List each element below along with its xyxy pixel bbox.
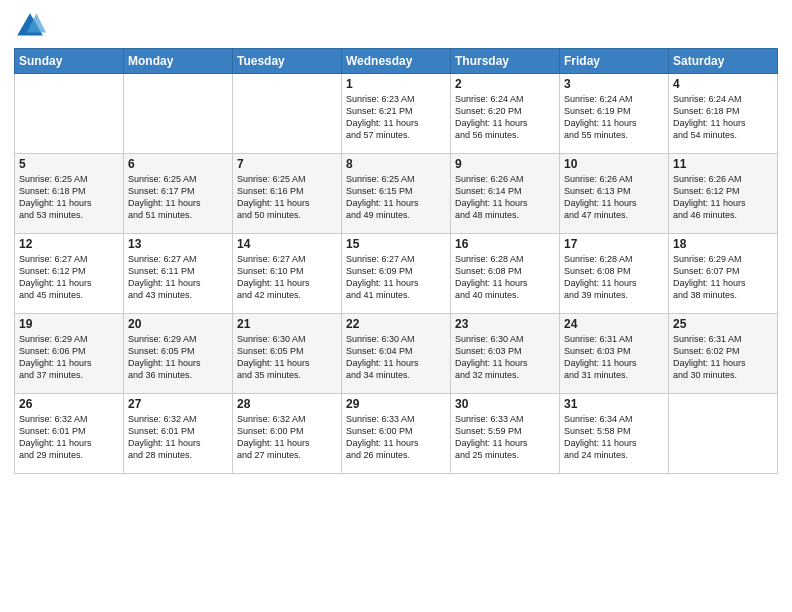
- day-info: Sunrise: 6:29 AM Sunset: 6:06 PM Dayligh…: [19, 333, 119, 382]
- calendar-cell: 14Sunrise: 6:27 AM Sunset: 6:10 PM Dayli…: [233, 234, 342, 314]
- day-number: 2: [455, 77, 555, 91]
- logo: [14, 10, 50, 42]
- day-number: 24: [564, 317, 664, 331]
- calendar-cell: 24Sunrise: 6:31 AM Sunset: 6:03 PM Dayli…: [560, 314, 669, 394]
- calendar-cell: 10Sunrise: 6:26 AM Sunset: 6:13 PM Dayli…: [560, 154, 669, 234]
- calendar-header: SundayMondayTuesdayWednesdayThursdayFrid…: [15, 49, 778, 74]
- day-number: 9: [455, 157, 555, 171]
- calendar-cell: 13Sunrise: 6:27 AM Sunset: 6:11 PM Dayli…: [124, 234, 233, 314]
- calendar-cell: 3Sunrise: 6:24 AM Sunset: 6:19 PM Daylig…: [560, 74, 669, 154]
- day-info: Sunrise: 6:29 AM Sunset: 6:07 PM Dayligh…: [673, 253, 773, 302]
- day-info: Sunrise: 6:26 AM Sunset: 6:13 PM Dayligh…: [564, 173, 664, 222]
- day-number: 15: [346, 237, 446, 251]
- day-number: 31: [564, 397, 664, 411]
- day-number: 17: [564, 237, 664, 251]
- day-number: 25: [673, 317, 773, 331]
- weekday-header: Wednesday: [342, 49, 451, 74]
- day-info: Sunrise: 6:33 AM Sunset: 5:59 PM Dayligh…: [455, 413, 555, 462]
- day-number: 13: [128, 237, 228, 251]
- day-info: Sunrise: 6:27 AM Sunset: 6:12 PM Dayligh…: [19, 253, 119, 302]
- day-info: Sunrise: 6:28 AM Sunset: 6:08 PM Dayligh…: [455, 253, 555, 302]
- weekday-header: Tuesday: [233, 49, 342, 74]
- day-info: Sunrise: 6:26 AM Sunset: 6:12 PM Dayligh…: [673, 173, 773, 222]
- day-info: Sunrise: 6:30 AM Sunset: 6:04 PM Dayligh…: [346, 333, 446, 382]
- calendar-cell: 4Sunrise: 6:24 AM Sunset: 6:18 PM Daylig…: [669, 74, 778, 154]
- calendar-cell: 26Sunrise: 6:32 AM Sunset: 6:01 PM Dayli…: [15, 394, 124, 474]
- weekday-header: Saturday: [669, 49, 778, 74]
- week-row: 1Sunrise: 6:23 AM Sunset: 6:21 PM Daylig…: [15, 74, 778, 154]
- day-info: Sunrise: 6:34 AM Sunset: 5:58 PM Dayligh…: [564, 413, 664, 462]
- day-info: Sunrise: 6:25 AM Sunset: 6:15 PM Dayligh…: [346, 173, 446, 222]
- day-info: Sunrise: 6:23 AM Sunset: 6:21 PM Dayligh…: [346, 93, 446, 142]
- day-number: 21: [237, 317, 337, 331]
- day-info: Sunrise: 6:25 AM Sunset: 6:16 PM Dayligh…: [237, 173, 337, 222]
- day-number: 3: [564, 77, 664, 91]
- day-number: 28: [237, 397, 337, 411]
- day-info: Sunrise: 6:32 AM Sunset: 6:01 PM Dayligh…: [19, 413, 119, 462]
- day-number: 5: [19, 157, 119, 171]
- day-number: 14: [237, 237, 337, 251]
- day-info: Sunrise: 6:31 AM Sunset: 6:03 PM Dayligh…: [564, 333, 664, 382]
- day-number: 8: [346, 157, 446, 171]
- weekday-header: Monday: [124, 49, 233, 74]
- calendar-cell: 28Sunrise: 6:32 AM Sunset: 6:00 PM Dayli…: [233, 394, 342, 474]
- weekday-row: SundayMondayTuesdayWednesdayThursdayFrid…: [15, 49, 778, 74]
- day-number: 29: [346, 397, 446, 411]
- calendar-table: SundayMondayTuesdayWednesdayThursdayFrid…: [14, 48, 778, 474]
- calendar-cell: 23Sunrise: 6:30 AM Sunset: 6:03 PM Dayli…: [451, 314, 560, 394]
- calendar-cell: 12Sunrise: 6:27 AM Sunset: 6:12 PM Dayli…: [15, 234, 124, 314]
- calendar-cell: 2Sunrise: 6:24 AM Sunset: 6:20 PM Daylig…: [451, 74, 560, 154]
- day-number: 30: [455, 397, 555, 411]
- day-number: 10: [564, 157, 664, 171]
- weekday-header: Friday: [560, 49, 669, 74]
- header: [14, 10, 778, 42]
- day-number: 19: [19, 317, 119, 331]
- calendar-cell: 31Sunrise: 6:34 AM Sunset: 5:58 PM Dayli…: [560, 394, 669, 474]
- day-number: 6: [128, 157, 228, 171]
- calendar-cell: 16Sunrise: 6:28 AM Sunset: 6:08 PM Dayli…: [451, 234, 560, 314]
- calendar-cell: 15Sunrise: 6:27 AM Sunset: 6:09 PM Dayli…: [342, 234, 451, 314]
- calendar-cell: 27Sunrise: 6:32 AM Sunset: 6:01 PM Dayli…: [124, 394, 233, 474]
- calendar-cell: 8Sunrise: 6:25 AM Sunset: 6:15 PM Daylig…: [342, 154, 451, 234]
- day-info: Sunrise: 6:24 AM Sunset: 6:20 PM Dayligh…: [455, 93, 555, 142]
- calendar-cell: 5Sunrise: 6:25 AM Sunset: 6:18 PM Daylig…: [15, 154, 124, 234]
- day-number: 26: [19, 397, 119, 411]
- day-number: 27: [128, 397, 228, 411]
- day-number: 7: [237, 157, 337, 171]
- day-info: Sunrise: 6:24 AM Sunset: 6:19 PM Dayligh…: [564, 93, 664, 142]
- day-number: 1: [346, 77, 446, 91]
- day-number: 23: [455, 317, 555, 331]
- day-info: Sunrise: 6:26 AM Sunset: 6:14 PM Dayligh…: [455, 173, 555, 222]
- calendar-cell: [15, 74, 124, 154]
- calendar-cell: 17Sunrise: 6:28 AM Sunset: 6:08 PM Dayli…: [560, 234, 669, 314]
- week-row: 12Sunrise: 6:27 AM Sunset: 6:12 PM Dayli…: [15, 234, 778, 314]
- day-info: Sunrise: 6:25 AM Sunset: 6:18 PM Dayligh…: [19, 173, 119, 222]
- calendar-cell: 29Sunrise: 6:33 AM Sunset: 6:00 PM Dayli…: [342, 394, 451, 474]
- week-row: 19Sunrise: 6:29 AM Sunset: 6:06 PM Dayli…: [15, 314, 778, 394]
- weekday-header: Sunday: [15, 49, 124, 74]
- day-number: 16: [455, 237, 555, 251]
- calendar-cell: 25Sunrise: 6:31 AM Sunset: 6:02 PM Dayli…: [669, 314, 778, 394]
- week-row: 5Sunrise: 6:25 AM Sunset: 6:18 PM Daylig…: [15, 154, 778, 234]
- calendar-cell: 9Sunrise: 6:26 AM Sunset: 6:14 PM Daylig…: [451, 154, 560, 234]
- calendar-cell: 22Sunrise: 6:30 AM Sunset: 6:04 PM Dayli…: [342, 314, 451, 394]
- day-info: Sunrise: 6:30 AM Sunset: 6:03 PM Dayligh…: [455, 333, 555, 382]
- day-number: 22: [346, 317, 446, 331]
- calendar-cell: 7Sunrise: 6:25 AM Sunset: 6:16 PM Daylig…: [233, 154, 342, 234]
- day-info: Sunrise: 6:27 AM Sunset: 6:10 PM Dayligh…: [237, 253, 337, 302]
- day-info: Sunrise: 6:31 AM Sunset: 6:02 PM Dayligh…: [673, 333, 773, 382]
- calendar-body: 1Sunrise: 6:23 AM Sunset: 6:21 PM Daylig…: [15, 74, 778, 474]
- logo-icon: [14, 10, 46, 42]
- week-row: 26Sunrise: 6:32 AM Sunset: 6:01 PM Dayli…: [15, 394, 778, 474]
- calendar-cell: 21Sunrise: 6:30 AM Sunset: 6:05 PM Dayli…: [233, 314, 342, 394]
- calendar-cell: 19Sunrise: 6:29 AM Sunset: 6:06 PM Dayli…: [15, 314, 124, 394]
- weekday-header: Thursday: [451, 49, 560, 74]
- day-number: 4: [673, 77, 773, 91]
- calendar-cell: 1Sunrise: 6:23 AM Sunset: 6:21 PM Daylig…: [342, 74, 451, 154]
- day-info: Sunrise: 6:32 AM Sunset: 6:00 PM Dayligh…: [237, 413, 337, 462]
- day-number: 18: [673, 237, 773, 251]
- calendar-cell: [669, 394, 778, 474]
- calendar-cell: 18Sunrise: 6:29 AM Sunset: 6:07 PM Dayli…: [669, 234, 778, 314]
- calendar-cell: [233, 74, 342, 154]
- day-number: 11: [673, 157, 773, 171]
